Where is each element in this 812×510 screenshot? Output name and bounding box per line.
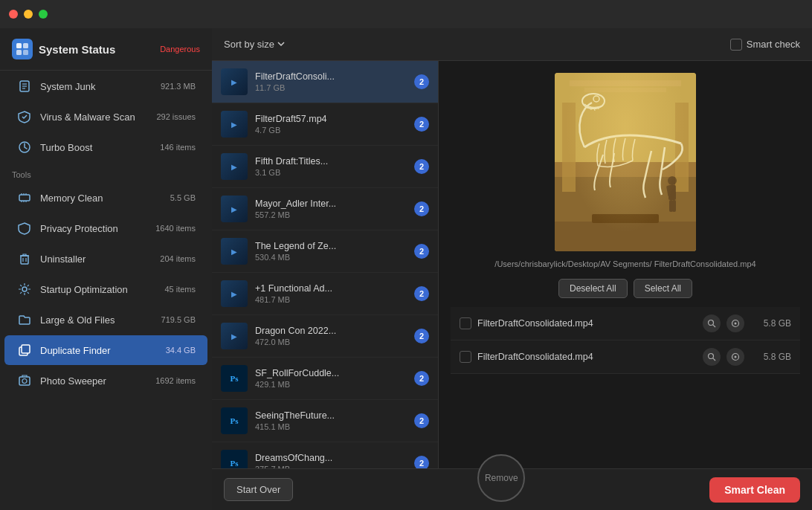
- sidebar-item-duplicate-finder[interactable]: Duplicate Finder 34.4 GB: [4, 335, 207, 365]
- sidebar-item-label: Memory Clean: [40, 193, 163, 204]
- svg-rect-25: [555, 170, 696, 251]
- svg-rect-0: [16, 43, 22, 48]
- sidebar-item-virus-scan[interactable]: Virus & Malware Scan 292 issues: [4, 102, 207, 132]
- close-button[interactable]: [9, 10, 18, 19]
- remove-button[interactable]: Remove: [477, 454, 525, 502]
- deselect-all-button[interactable]: Deselect All: [558, 279, 628, 298]
- large-old-files-icon: [16, 312, 33, 328]
- file-name: DreamsOfChang...: [255, 453, 407, 463]
- select-all-button[interactable]: Select All: [634, 279, 692, 298]
- minimize-button[interactable]: [24, 10, 33, 19]
- dup-row-checkbox[interactable]: [460, 317, 471, 329]
- svg-rect-29: [562, 103, 576, 192]
- dup-row-size: 5.8 GB: [750, 352, 791, 362]
- sidebar-item-uninstaller[interactable]: Uninstaller 204 items: [4, 244, 207, 274]
- svg-rect-16: [21, 256, 28, 264]
- svg-rect-26: [555, 162, 696, 177]
- start-over-button[interactable]: Start Over: [224, 478, 293, 501]
- dup-row-checkbox[interactable]: [460, 351, 471, 363]
- file-list-item[interactable]: Ps DreamsOfChang... 375.7 MB 2: [212, 442, 438, 468]
- svg-rect-24: [555, 73, 696, 251]
- svg-rect-37: [669, 200, 673, 212]
- dup-badge: 2: [414, 371, 429, 386]
- brand: System Status: [12, 39, 115, 59]
- svg-rect-36: [669, 185, 676, 197]
- dup-row-preview-icon[interactable]: [726, 314, 744, 332]
- tools-section-label: Tools: [0, 163, 212, 182]
- file-info: +1 Functional Ad... 481.7 MB: [255, 283, 407, 304]
- svg-line-46: [713, 358, 715, 361]
- file-thumb: [221, 323, 248, 349]
- svg-point-19: [22, 287, 27, 291]
- preview-panel: /Users/chrisbarylick/Desktop/AV Segments…: [439, 61, 812, 468]
- file-thumb: Ps: [221, 407, 248, 434]
- sidebar-item-label: Large & Old Files: [40, 314, 154, 326]
- sidebar-item-count: 204 items: [160, 254, 196, 263]
- sidebar-item-turbo-boost[interactable]: Turbo Boost 146 items: [4, 132, 207, 162]
- svg-rect-1: [23, 43, 28, 48]
- sidebar-item-label: Privacy Protection: [40, 223, 148, 234]
- file-list-item[interactable]: The Legend of Ze... 530.4 MB 2: [212, 230, 438, 273]
- duplicate-rows: FilterDraftConsolidated.mp4 5.8 GB Filte…: [451, 307, 800, 456]
- dup-badge: 2: [414, 159, 429, 174]
- file-size: 557.2 MB: [255, 210, 407, 219]
- file-list-item[interactable]: +1 Functional Ad... 481.7 MB 2: [212, 273, 438, 315]
- file-name: Dragon Con 2022...: [255, 326, 407, 336]
- dup-rows-list: FilterDraftConsolidated.mp4 5.8 GB Filte…: [451, 307, 800, 374]
- sidebar-item-privacy-protection[interactable]: Privacy Protection 1640 items: [4, 213, 207, 243]
- sidebar-item-photo-sweeper[interactable]: Photo Sweeper 1692 items: [4, 366, 207, 396]
- file-list-item[interactable]: FilterDraftConsoli... 11.7 GB 2: [212, 61, 438, 103]
- dup-row-preview-icon[interactable]: [726, 348, 744, 366]
- smart-clean-button[interactable]: Smart Clean: [709, 477, 800, 503]
- svg-line-42: [713, 325, 715, 327]
- sidebar-item-large-old-files[interactable]: Large & Old Files 719.5 GB: [4, 305, 207, 335]
- svg-rect-2: [16, 50, 22, 55]
- file-list-item[interactable]: Dragon Con 2022... 472.0 MB 2: [212, 315, 438, 358]
- sidebar-header: System Status Dangerous: [0, 28, 212, 71]
- file-list-item[interactable]: FilterDraft57.mp4 4.7 GB 2: [212, 103, 438, 146]
- sidebar-item-label: Photo Sweeper: [40, 375, 148, 387]
- sidebar-item-count: 45 items: [164, 285, 196, 294]
- system-junk-icon: [16, 78, 33, 94]
- sidebar-item-memory-clean[interactable]: Memory Clean 5.5 GB: [4, 183, 207, 213]
- file-list-item[interactable]: Mayor_Adler Inter... 557.2 MB 2: [212, 188, 438, 230]
- file-list-items: FilterDraftConsoli... 11.7 GB 2 FilterDr…: [212, 61, 438, 468]
- bottom-bar: Start Over Remove Smart Clean: [212, 468, 812, 510]
- sidebar-item-label: Startup Optimization: [40, 284, 157, 295]
- dup-row-search-icon[interactable]: [703, 348, 721, 366]
- sidebar-item-startup-optimization[interactable]: Startup Optimization 45 items: [4, 274, 207, 304]
- file-list-item[interactable]: Ps SF_RollForCuddle... 429.1 MB 2: [212, 358, 438, 400]
- split-content: FilterDraftConsoli... 11.7 GB 2 FilterDr…: [212, 61, 812, 468]
- preview-actions: Deselect All Select All: [451, 279, 800, 298]
- sort-button[interactable]: Sort by size: [224, 39, 285, 50]
- file-list-item[interactable]: Ps SeeingTheFuture... 415.1 MB 2: [212, 400, 438, 442]
- sidebar-item-system-junk[interactable]: System Junk 921.3 MB: [4, 71, 207, 101]
- dup-row-name: FilterDraftConsolidated.mp4: [477, 352, 697, 362]
- sidebar: System Status Dangerous System Junk 921.…: [0, 28, 212, 510]
- smart-check-container: Smart check: [730, 39, 800, 51]
- file-size: 11.7 GB: [255, 83, 407, 92]
- file-info: SF_RollForCuddle... 429.1 MB: [255, 368, 407, 389]
- svg-point-31: [582, 94, 605, 109]
- file-info: SeeingTheFuture... 415.1 MB: [255, 410, 407, 431]
- dup-badge: 2: [414, 201, 429, 216]
- svg-rect-40: [592, 214, 659, 223]
- file-list-item[interactable]: Fifth Draft:Titles... 3.1 GB 2: [212, 146, 438, 188]
- sort-label: Sort by size: [224, 39, 274, 50]
- photo-sweeper-icon: [16, 372, 33, 389]
- sidebar-item-count: 1692 items: [155, 376, 196, 385]
- dup-badge: 2: [414, 244, 429, 259]
- file-size: 481.7 MB: [255, 295, 407, 304]
- smart-check-checkbox[interactable]: [730, 39, 742, 51]
- main-layout: System Status Dangerous System Junk 921.…: [0, 28, 812, 510]
- dino-scene: [555, 73, 696, 251]
- dup-row-search-icon[interactable]: [703, 314, 721, 332]
- file-thumb: Ps: [221, 365, 248, 392]
- sidebar-item-count: 719.5 GB: [161, 315, 196, 324]
- sidebar-item-count: 5.5 GB: [170, 193, 196, 202]
- maximize-button[interactable]: [39, 10, 48, 19]
- file-size: 472.0 MB: [255, 338, 407, 346]
- status-badge: Dangerous: [160, 45, 200, 54]
- dup-badge: 2: [414, 456, 429, 468]
- file-size: 4.7 GB: [255, 126, 407, 135]
